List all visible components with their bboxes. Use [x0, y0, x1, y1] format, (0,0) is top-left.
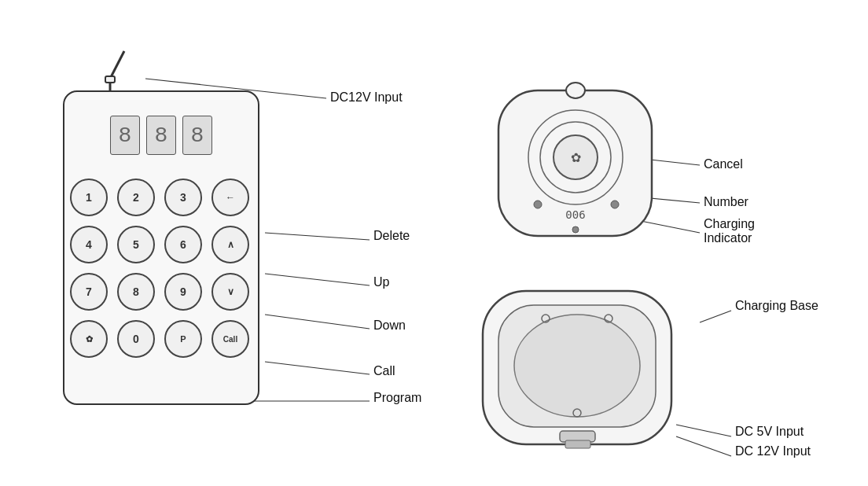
- svg-rect-15: [105, 76, 115, 83]
- svg-rect-32: [565, 440, 590, 448]
- svg-point-23: [611, 201, 619, 208]
- key-4[interactable]: 4: [70, 226, 108, 263]
- svg-text:✿: ✿: [571, 151, 581, 164]
- transmitter-body: 8 8 8 1 2 3 ← 4 5 6 ∧ 7 8 9 ∨: [63, 90, 259, 405]
- key-up[interactable]: ∧: [211, 226, 249, 263]
- pager-svg: ✿ 006: [491, 79, 664, 252]
- key-down[interactable]: ∨: [211, 273, 249, 311]
- label-dc12v-input2: DC 12V Input: [735, 444, 811, 458]
- label-up: Up: [373, 275, 389, 289]
- key-5[interactable]: 5: [117, 226, 155, 263]
- key-2[interactable]: 2: [117, 179, 155, 216]
- digit-2: 8: [146, 116, 176, 155]
- label-program: Program: [373, 391, 421, 405]
- diagram-container: 8 8 8 1 2 3 ← 4 5 6 ∧ 7 8 9 ∨: [0, 0, 868, 486]
- label-charging-base: Charging Base: [735, 299, 818, 313]
- label-call: Call: [373, 364, 395, 378]
- key-8[interactable]: 8: [117, 273, 155, 311]
- digit-1: 8: [110, 116, 140, 155]
- label-down: Down: [373, 318, 406, 333]
- key-0[interactable]: 0: [117, 320, 155, 358]
- key-7[interactable]: 7: [70, 273, 108, 311]
- label-cancel: Cancel: [704, 157, 743, 171]
- key-9[interactable]: 9: [164, 273, 202, 311]
- label-delete: Delete: [373, 229, 410, 243]
- key-1[interactable]: 1: [70, 179, 108, 216]
- svg-line-14: [110, 51, 124, 79]
- svg-point-17: [566, 83, 585, 98]
- label-dc12v-input: DC12V Input: [330, 90, 403, 105]
- label-number: Number: [704, 195, 748, 209]
- key-3[interactable]: 3: [164, 179, 202, 216]
- label-charging: Charging Indicator: [704, 217, 755, 245]
- keypad: 1 2 3 ← 4 5 6 ∧ 7 8 9 ∨ ✿ 0 P Call: [70, 179, 252, 361]
- key-call[interactable]: Call: [211, 320, 249, 358]
- key-delete[interactable]: ←: [211, 179, 249, 216]
- pager-device: ✿ 006: [491, 79, 664, 255]
- charging-base-device: [475, 283, 687, 467]
- key-6[interactable]: 6: [164, 226, 202, 263]
- display-area: 8 8 8: [110, 116, 212, 155]
- label-dc5v-input: DC 5V Input: [735, 425, 804, 439]
- key-program[interactable]: P: [164, 320, 202, 358]
- svg-point-28: [514, 315, 640, 417]
- charging-base-svg: [475, 283, 687, 464]
- svg-point-25: [572, 226, 579, 233]
- svg-text:006: 006: [565, 208, 585, 221]
- transmitter-device: 8 8 8 1 2 3 ← 4 5 6 ∧ 7 8 9 ∨: [39, 47, 283, 433]
- key-star[interactable]: ✿: [70, 320, 108, 358]
- digit-3: 8: [182, 116, 212, 155]
- svg-point-22: [534, 201, 542, 208]
- svg-line-10: [700, 311, 731, 322]
